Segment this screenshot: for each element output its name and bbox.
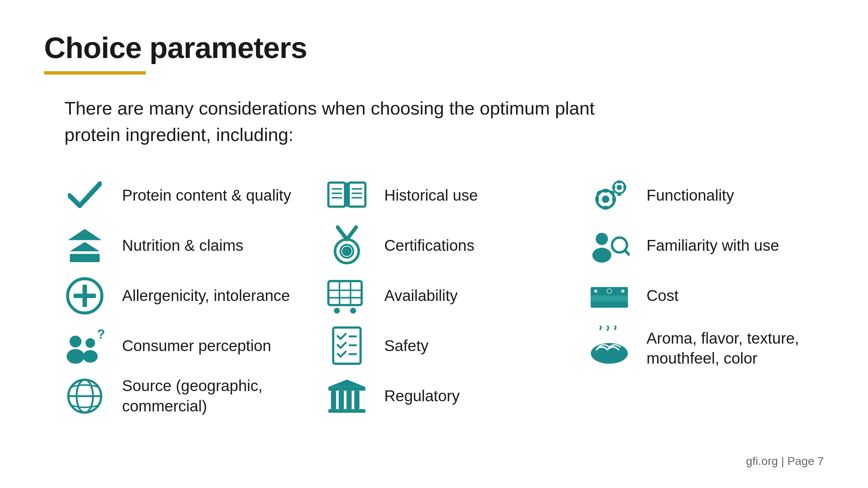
svg-marker-1	[70, 242, 100, 251]
list-item: Regulatory	[327, 376, 561, 416]
svg-point-68	[621, 289, 625, 293]
column-2: Historical use Certifications	[327, 175, 561, 416]
list-item: Protein content & quality	[64, 175, 299, 216]
svg-line-25	[347, 227, 356, 239]
safety-label: Safety	[384, 336, 428, 356]
certifications-label: Certifications	[384, 236, 474, 256]
slide: Choice parameters There are many conside…	[0, 0, 868, 488]
list-item: ? Consumer perception	[64, 326, 299, 366]
functionality-label: Functionality	[647, 185, 734, 206]
nutrition-label: Nutrition & claims	[122, 236, 243, 256]
svg-rect-48	[603, 189, 608, 192]
familiarity-label: Familiarity with use	[647, 236, 779, 256]
svg-rect-50	[595, 197, 599, 201]
people-question-icon: ?	[64, 326, 105, 366]
globe-icon	[64, 376, 105, 416]
svg-rect-15	[349, 182, 366, 206]
svg-point-55	[616, 185, 622, 190]
book-icon	[327, 175, 367, 216]
svg-line-24	[338, 227, 347, 239]
svg-rect-42	[347, 390, 352, 409]
content-grid: Protein content & quality Nutrition & cl…	[64, 175, 824, 416]
money-icon	[589, 276, 630, 316]
title-underline	[44, 71, 146, 75]
svg-point-9	[83, 350, 98, 363]
svg-rect-49	[603, 206, 608, 209]
checkmark-icon	[64, 175, 105, 216]
aroma-label: Aroma, flavor, texture, mouthfeel, color	[647, 326, 824, 369]
svg-rect-44	[329, 409, 366, 413]
svg-point-61	[592, 248, 611, 263]
protein-content-label: Protein content & quality	[122, 185, 291, 206]
svg-point-70	[591, 343, 628, 364]
svg-point-33	[334, 308, 340, 313]
checklist-icon	[327, 326, 367, 366]
svg-rect-40	[331, 390, 336, 409]
svg-point-47	[602, 196, 609, 203]
svg-rect-59	[623, 185, 626, 189]
page-title: Choice parameters	[44, 30, 824, 65]
svg-rect-5	[74, 293, 96, 298]
source-label: Source (geographic, commercial)	[122, 376, 299, 416]
svg-point-6	[70, 336, 81, 347]
svg-rect-39	[329, 387, 366, 390]
list-item: Availability	[327, 276, 561, 316]
svg-rect-14	[329, 182, 345, 206]
footer: gfi.org | Page 7	[746, 454, 824, 468]
svg-rect-56	[617, 180, 621, 183]
list-item: Functionality	[589, 175, 824, 216]
cost-label: Cost	[647, 286, 679, 306]
svg-point-8	[85, 338, 95, 348]
allergenicity-label: Allergenicity, intolerance	[122, 286, 290, 306]
gears-icon	[589, 175, 630, 216]
list-item: Historical use	[327, 175, 561, 216]
svg-rect-2	[70, 254, 100, 262]
consumer-label: Consumer perception	[122, 336, 271, 356]
svg-point-67	[594, 289, 597, 293]
list-item: Source (geographic, commercial)	[64, 376, 299, 416]
building-icon	[327, 376, 367, 416]
triangle-stack-icon	[64, 225, 105, 266]
list-item: Nutrition & claims	[64, 225, 299, 266]
svg-point-7	[67, 349, 84, 364]
svg-line-63	[625, 250, 629, 255]
svg-rect-51	[612, 197, 616, 201]
plus-circle-icon	[64, 276, 105, 316]
svg-marker-0	[68, 229, 102, 240]
column-3: Functionality Familiarity with use	[589, 175, 824, 416]
food-icon	[589, 326, 630, 366]
list-item: Aroma, flavor, texture, mouthfeel, color	[589, 326, 824, 369]
svg-rect-28	[329, 281, 362, 305]
svg-text:?: ?	[97, 327, 105, 341]
availability-label: Availability	[384, 286, 457, 306]
subtitle: There are many considerations when choos…	[64, 95, 607, 148]
list-item: Familiarity with use	[589, 225, 824, 266]
svg-rect-57	[617, 193, 621, 196]
svg-rect-58	[612, 185, 615, 189]
person-search-icon	[589, 225, 630, 266]
historical-label: Historical use	[384, 185, 478, 206]
regulatory-label: Regulatory	[384, 386, 459, 406]
svg-point-34	[350, 308, 356, 313]
svg-marker-45	[329, 380, 366, 387]
svg-point-60	[596, 233, 608, 245]
list-item: Allergenicity, intolerance	[64, 276, 299, 316]
medal-icon	[327, 225, 367, 266]
list-item: Cost	[589, 276, 824, 316]
list-item: Safety	[327, 326, 561, 366]
list-item: Certifications	[327, 225, 561, 266]
column-1: Protein content & quality Nutrition & cl…	[64, 175, 299, 416]
svg-rect-41	[339, 390, 344, 409]
cart-icon	[327, 276, 367, 316]
svg-rect-43	[354, 390, 359, 409]
